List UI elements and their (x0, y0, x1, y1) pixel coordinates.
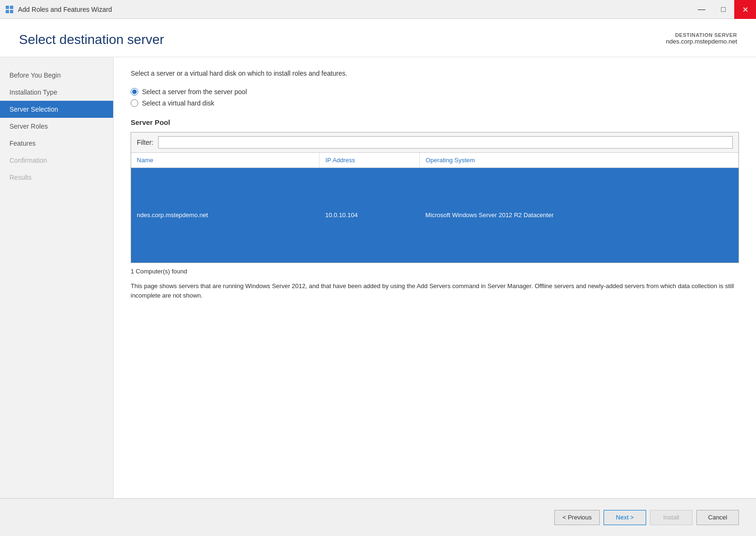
sidebar-item-features[interactable]: Features (0, 135, 113, 152)
filter-label: Filter: (137, 139, 153, 146)
wizard-body: Before You BeginInstallation TypeServer … (0, 57, 756, 498)
info-text: This page shows servers that are running… (131, 281, 739, 301)
destination-name: ndes.corp.mstepdemo.net (666, 38, 737, 45)
wizard-footer: < Previous Next > Install Cancel (0, 498, 756, 536)
wizard-sidebar: Before You BeginInstallation TypeServer … (0, 57, 114, 498)
col-ip: IP Address (320, 153, 420, 168)
radio-server-pool-input[interactable] (131, 88, 138, 96)
destination-server-info: DESTINATION SERVER ndes.corp.mstepdemo.n… (666, 32, 737, 45)
svg-rect-0 (6, 6, 9, 9)
window-controls: ― □ ✕ (691, 0, 756, 18)
sidebar-item-server-roles[interactable]: Server Roles (0, 118, 113, 135)
sidebar-item-results: Results (0, 169, 113, 186)
page-title: Select destination server (19, 32, 164, 47)
cancel-button[interactable]: Cancel (696, 510, 739, 525)
install-button[interactable]: Install (650, 510, 693, 525)
server-table-body: ndes.corp.mstepdemo.net 10.0.10.104 Micr… (131, 168, 738, 263)
app-icon (5, 5, 14, 14)
radio-server-pool-label: Select a server from the server pool (142, 88, 247, 96)
radio-vhd-label: Select a virtual hard disk (142, 99, 214, 107)
svg-rect-1 (10, 6, 13, 9)
content-description: Select a server or a virtual hard disk o… (131, 69, 739, 79)
server-table: Name IP Address Operating System ndes.co… (131, 153, 738, 263)
wizard-window: Select destination server DESTINATION SE… (0, 19, 756, 536)
cell-ip: 10.0.10.104 (320, 168, 420, 263)
table-row[interactable]: ndes.corp.mstepdemo.net 10.0.10.104 Micr… (131, 168, 738, 263)
radio-group: Select a server from the server pool Sel… (131, 88, 739, 107)
svg-rect-2 (6, 10, 9, 13)
col-name: Name (131, 153, 320, 168)
window-title: Add Roles and Features Wizard (18, 6, 112, 13)
filter-input[interactable] (158, 136, 733, 149)
previous-button[interactable]: < Previous (554, 510, 600, 525)
sidebar-item-before-you-begin[interactable]: Before You Begin (0, 67, 113, 84)
title-bar-left: Add Roles and Features Wizard (5, 5, 112, 14)
server-pool-title: Server Pool (131, 118, 739, 126)
cell-os: Microsoft Windows Server 2012 R2 Datacen… (420, 168, 738, 263)
sidebar-item-server-selection[interactable]: Server Selection (0, 101, 113, 118)
table-header: Name IP Address Operating System (131, 153, 738, 168)
maximize-button[interactable]: □ (712, 0, 734, 19)
cell-name: ndes.corp.mstepdemo.net (131, 168, 320, 263)
radio-server-pool[interactable]: Select a server from the server pool (131, 88, 739, 96)
title-bar: Add Roles and Features Wizard ― □ ✕ (0, 0, 756, 19)
col-os: Operating System (420, 153, 738, 168)
wizard-content: Select a server or a virtual hard disk o… (114, 57, 756, 498)
server-pool-container: Filter: Name IP Address Operating System… (131, 132, 739, 263)
radio-vhd[interactable]: Select a virtual hard disk (131, 99, 739, 107)
filter-row: Filter: (131, 132, 738, 153)
destination-label: DESTINATION SERVER (666, 32, 737, 38)
next-button[interactable]: Next > (604, 510, 646, 525)
radio-vhd-input[interactable] (131, 99, 138, 107)
wizard-header: Select destination server DESTINATION SE… (0, 19, 756, 57)
minimize-button[interactable]: ― (691, 0, 712, 19)
sidebar-item-confirmation: Confirmation (0, 152, 113, 169)
close-button[interactable]: ✕ (734, 0, 756, 19)
svg-rect-3 (10, 10, 13, 13)
sidebar-item-installation-type[interactable]: Installation Type (0, 84, 113, 101)
computers-found: 1 Computer(s) found (131, 268, 739, 275)
